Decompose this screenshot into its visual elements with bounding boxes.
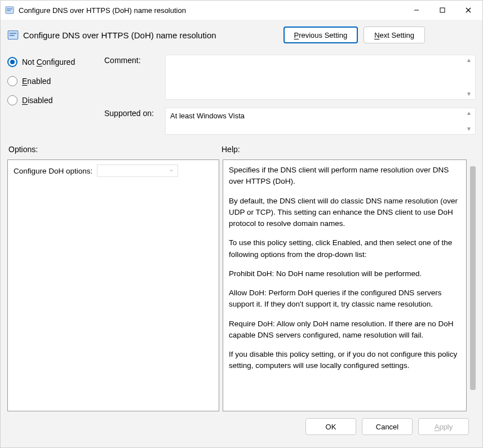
radio-label: Enabled bbox=[22, 77, 51, 86]
dialog-window: Configure DNS over HTTPS (DoH) name reso… bbox=[0, 0, 483, 448]
help-paragraph: By default, the DNS client will do class… bbox=[229, 196, 460, 230]
svg-rect-4 bbox=[440, 8, 445, 12]
svg-rect-2 bbox=[7, 10, 11, 11]
policy-icon bbox=[5, 6, 14, 15]
supported-row: Supported on: At least Windows Vista ▲ ▼ bbox=[104, 108, 476, 135]
radio-icon bbox=[7, 76, 17, 86]
scroll-down-icon[interactable]: ▼ bbox=[466, 91, 472, 97]
apply-button[interactable]: Apply bbox=[418, 418, 469, 435]
scroll-down-icon[interactable]: ▼ bbox=[466, 126, 472, 132]
state-radios: Not Configured Enabled Disabled bbox=[7, 57, 98, 135]
maximize-button[interactable] bbox=[429, 2, 455, 19]
help-scrollbar[interactable] bbox=[470, 159, 476, 411]
doh-option-row: Configure DoH options: bbox=[14, 165, 213, 177]
nav-buttons: Previous Setting Next Setting bbox=[283, 26, 426, 43]
scroll-up-icon[interactable]: ▲ bbox=[466, 110, 472, 116]
policy-title: Configure DNS over HTTPS (DoH) name reso… bbox=[23, 30, 283, 40]
help-section-label: Help: bbox=[221, 145, 240, 154]
policy-header-icon bbox=[7, 29, 19, 41]
supported-box: At least Windows Vista ▲ ▼ bbox=[165, 108, 476, 135]
doh-option-dropdown[interactable] bbox=[97, 165, 178, 177]
next-setting-button[interactable]: Next Setting bbox=[364, 26, 425, 43]
comment-input[interactable]: ▲ ▼ bbox=[165, 55, 476, 100]
help-paragraph: Prohibit DoH: No DoH name resolution wil… bbox=[229, 268, 460, 280]
window-controls bbox=[404, 2, 481, 19]
fields: Comment: ▲ ▼ Supported on: At least Wind… bbox=[104, 55, 476, 135]
doh-option-label: Configure DoH options: bbox=[14, 167, 92, 175]
help-panel[interactable]: Specifies if the DNS client will perform… bbox=[223, 159, 467, 411]
comment-label: Comment: bbox=[104, 55, 165, 100]
scroll-up-icon[interactable]: ▲ bbox=[466, 57, 472, 63]
titlebar: Configure DNS over HTTPS (DoH) name reso… bbox=[1, 1, 482, 20]
radio-not-configured[interactable]: Not Configured bbox=[7, 57, 98, 67]
scrollbar-thumb[interactable] bbox=[470, 166, 476, 390]
footer-buttons: OK Cancel Apply bbox=[7, 411, 476, 442]
content-area: Configure DNS over HTTPS (DoH) name reso… bbox=[1, 20, 482, 447]
radio-enabled[interactable]: Enabled bbox=[7, 76, 98, 86]
help-paragraph: If you disable this policy setting, or i… bbox=[229, 349, 460, 372]
radio-icon bbox=[7, 57, 17, 67]
help-paragraph: Require DoH: Allow only DoH name resolut… bbox=[229, 318, 460, 341]
minimize-button[interactable] bbox=[404, 2, 429, 19]
options-panel: Configure DoH options: bbox=[7, 159, 219, 411]
radio-label: Disabled bbox=[22, 96, 53, 105]
close-button[interactable] bbox=[455, 2, 481, 19]
radio-label: Not Configured bbox=[22, 57, 75, 66]
header-row: Configure DNS over HTTPS (DoH) name reso… bbox=[7, 26, 476, 43]
options-section-label: Options: bbox=[7, 145, 221, 154]
svg-rect-1 bbox=[7, 8, 12, 10]
section-labels: Options: Help: bbox=[7, 145, 476, 154]
ok-button[interactable]: OK bbox=[305, 418, 356, 435]
window-title: Configure DNS over HTTPS (DoH) name reso… bbox=[19, 6, 404, 15]
help-paragraph: Specifies if the DNS client will perform… bbox=[229, 165, 460, 188]
svg-rect-9 bbox=[10, 35, 15, 36]
previous-setting-button[interactable]: Previous Setting bbox=[283, 26, 358, 43]
cancel-button[interactable]: Cancel bbox=[362, 418, 413, 435]
panels: Configure DoH options: Specifies if the … bbox=[7, 159, 476, 411]
supported-value: At least Windows Vista bbox=[170, 112, 245, 120]
help-paragraph: To use this policy setting, click Enable… bbox=[229, 237, 460, 260]
help-paragraph: Allow DoH: Perform DoH queries if the co… bbox=[229, 287, 460, 311]
supported-label: Supported on: bbox=[104, 108, 165, 135]
svg-rect-8 bbox=[10, 33, 17, 34]
comment-row: Comment: ▲ ▼ bbox=[104, 55, 476, 100]
radio-icon bbox=[7, 95, 17, 105]
radio-disabled[interactable]: Disabled bbox=[7, 95, 98, 105]
state-block: Not Configured Enabled Disabled Comment:… bbox=[7, 55, 476, 135]
